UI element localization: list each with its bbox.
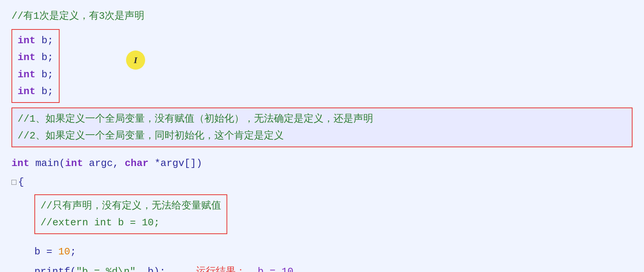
opening-brace: {: [18, 176, 24, 188]
run-result: 运行结果： b = 10: [196, 263, 293, 272]
opening-brace-line: □{: [11, 174, 633, 191]
cursor-symbol: I: [134, 52, 137, 68]
main-sig-rest1: main(: [29, 158, 65, 169]
printf-str: "b = %d\n": [76, 266, 136, 272]
inner-comment-2: //extern int b = 10;: [40, 214, 221, 231]
int-line-2: int b;: [18, 49, 53, 66]
inner-comment-box: //只有声明，没有定义，无法给变量赋值 //extern int b = 10;: [34, 194, 227, 234]
printf-suffix: , b);: [136, 266, 165, 272]
printf-prefix: printf(: [34, 266, 76, 272]
run-result-value: b = 10: [257, 266, 293, 272]
highlight-comment-block: //1、如果定义一个全局变量，没有赋值（初始化），无法确定是定义，还是声明 //…: [11, 107, 633, 147]
int-rest-4: b;: [36, 86, 53, 97]
int-line-3: int b;: [18, 66, 53, 83]
inner-comment-1: //只有声明，没有定义，无法给变量赋值: [40, 197, 221, 214]
int-rest-1: b;: [36, 35, 53, 46]
function-body: //只有声明，没有定义，无法给变量赋值 //extern int b = 10;…: [34, 194, 633, 272]
top-comment-text: //有1次是定义，有3次是声明: [11, 10, 144, 22]
main-sig-rest2: argc,: [83, 158, 125, 169]
main-sig-rest3: *argv[]): [149, 158, 202, 169]
int-line-4: int b;: [18, 83, 53, 100]
yellow-cursor: I: [126, 50, 145, 70]
run-result-label: 运行结果：: [196, 266, 246, 272]
assign-suffix: ;: [70, 246, 76, 257]
int-line-1: int b;: [18, 32, 53, 49]
keyword-int-1: int: [18, 35, 36, 46]
brace-indicator: □: [11, 178, 16, 187]
printf-result-row: printf("b = %d\n", b); 运行结果： b = 10: [34, 263, 633, 272]
assign-value: 10: [58, 246, 70, 257]
keyword-int-4: int: [18, 86, 36, 97]
int-rest-2: b;: [36, 52, 53, 63]
main-function-signature: int main(int argc, char *argv[]): [11, 155, 633, 172]
highlight-comment-2: //2、如果定义一个全局变量，同时初始化，这个肯定是定义: [18, 127, 626, 144]
printf-line: printf("b = %d\n", b);: [34, 263, 165, 272]
int-declarations-box: int b; int b; int b; int b;: [11, 29, 60, 103]
int-rest-3: b;: [36, 69, 53, 80]
int-declarations-section: int b; int b; int b; int b; I: [11, 28, 633, 103]
code-area: //有1次是定义，有3次是声明 int b; int b; int b; int…: [11, 8, 633, 272]
main-kw-int: int: [11, 158, 29, 169]
assign-prefix: b =: [34, 246, 58, 257]
top-comment: //有1次是定义，有3次是声明: [11, 8, 633, 24]
main-kw-char: char: [125, 158, 148, 169]
main-kw-int2: int: [65, 158, 83, 169]
keyword-int-2: int: [18, 52, 36, 63]
keyword-int-3: int: [18, 69, 36, 80]
highlight-comment-1: //1、如果定义一个全局变量，没有赋值（初始化），无法确定是定义，还是声明: [18, 111, 626, 127]
assign-line: b = 10;: [34, 243, 633, 260]
